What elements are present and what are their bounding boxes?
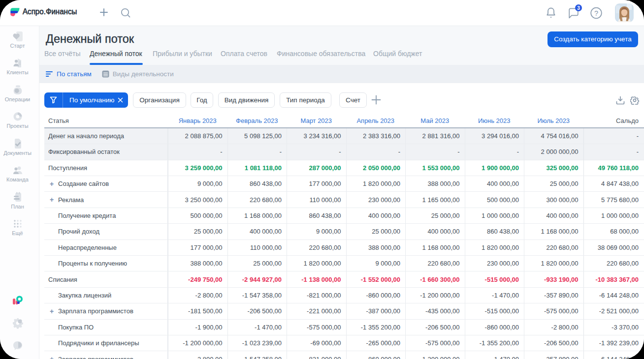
svg-text:?: ? xyxy=(594,9,598,17)
